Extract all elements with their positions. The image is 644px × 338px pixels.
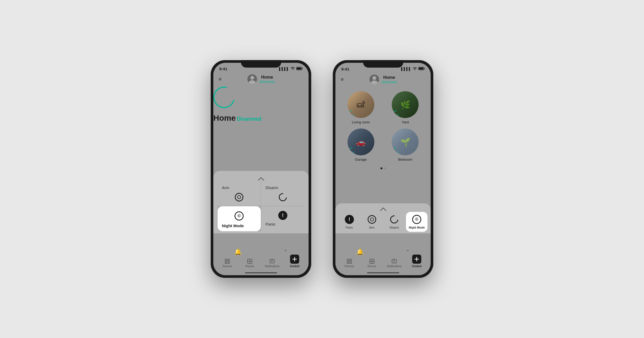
notch-right xyxy=(363,60,403,68)
nav-control-right[interactable]: Control xyxy=(405,255,428,268)
svg-rect-31 xyxy=(392,259,397,263)
header-text-right: Home Disarmed xyxy=(382,75,397,84)
control-add-btn-left xyxy=(290,255,299,264)
chevron-up-left[interactable]: ⌃ xyxy=(284,249,288,255)
nav-rooms-label-right: Rooms xyxy=(368,265,376,268)
control-grid: Arm Disarm xyxy=(218,182,304,231)
svg-point-22 xyxy=(372,76,376,80)
dot-1 xyxy=(380,167,382,169)
arm-circle xyxy=(235,193,243,201)
signal-icon-right: ▌▌▌▌ xyxy=(401,67,411,71)
time-left: 9:41 xyxy=(219,67,227,71)
home-indicator-right xyxy=(335,270,431,275)
room-circle-bedroom xyxy=(392,128,419,155)
main-content-right: Living room Yard xyxy=(335,87,431,247)
qc-arm[interactable]: Arm xyxy=(361,212,383,232)
svg-rect-24 xyxy=(347,259,349,261)
room-item-living[interactable]: Living room xyxy=(341,91,381,124)
room-icon-yard xyxy=(393,111,399,117)
qc-arm-label: Arm xyxy=(369,226,375,229)
svg-rect-7 xyxy=(228,259,229,261)
nav-notifications-right[interactable]: Notifications xyxy=(383,258,406,268)
night-mode-circle: © xyxy=(235,211,244,221)
home-bar-left xyxy=(245,272,277,273)
qc-panic[interactable]: ! Panic xyxy=(339,212,360,232)
qc-disarm[interactable]: Disarm xyxy=(384,212,405,232)
room-item-yard[interactable]: Yard xyxy=(385,91,426,124)
panic-circle: ! xyxy=(278,211,287,220)
disarm-cell[interactable]: Disarm xyxy=(261,182,305,206)
bell-icon-left[interactable]: 🔔 xyxy=(234,248,241,255)
nav-control-label-left: Control xyxy=(290,265,299,268)
header-status-right: Disarmed xyxy=(382,80,397,84)
disarm-icon xyxy=(277,192,288,203)
svg-rect-27 xyxy=(350,262,352,263)
nav-rooms-left[interactable]: Rooms xyxy=(239,258,261,268)
arm-circle-icon xyxy=(213,87,239,112)
control-panel: Arm Disarm xyxy=(213,171,309,233)
home-bar-right xyxy=(367,272,399,273)
signal-icon-left: ▌▌▌▌ xyxy=(279,67,289,71)
up-chevron-left[interactable] xyxy=(218,175,304,182)
nav-control-left[interactable]: Control xyxy=(283,255,306,268)
qc-disarm-circle xyxy=(389,214,400,225)
bell-icon-right[interactable]: 🔔 xyxy=(356,248,364,255)
up-chevron-right[interactable] xyxy=(339,205,427,212)
mini-icon-yard xyxy=(392,109,400,117)
svg-rect-26 xyxy=(347,262,349,263)
nav-notifications-label-left: Notifications xyxy=(265,265,279,268)
status-icons-left: ▌▌▌▌ xyxy=(279,67,303,71)
qc-night-mode[interactable]: © Night Mode xyxy=(406,212,427,232)
qc-night-mode-label: Night Mode xyxy=(409,226,425,229)
phone-right: 9:41 ▌▌▌▌ ≡ xyxy=(333,60,433,278)
header-text-left: Home Disarmed xyxy=(260,75,275,84)
home-status: Disarmed xyxy=(237,116,261,122)
room-label-bedroom: Bedroom xyxy=(398,157,412,161)
nav-devices-left[interactable]: Devices xyxy=(216,258,239,268)
nav-devices-right[interactable]: Devices xyxy=(338,258,361,268)
menu-icon-left[interactable]: ≡ xyxy=(219,76,222,82)
room-label-yard: Yard xyxy=(402,120,409,124)
svg-rect-25 xyxy=(350,259,352,261)
panic-cell[interactable]: ! Panic xyxy=(261,206,305,231)
bottom-nav-left: Devices Rooms Notifications Control xyxy=(213,255,309,270)
night-mode-label: Night Mode xyxy=(222,223,244,228)
nav-notifications-label-right: Notifications xyxy=(387,265,401,268)
rooms-grid: Living room Yard xyxy=(335,87,431,166)
nav-notifications-left[interactable]: Notifications xyxy=(261,258,284,268)
quick-controls-row: ! Panic Arm xyxy=(339,212,427,232)
arm-cell[interactable]: Arm xyxy=(218,182,261,206)
time-right: 9:41 xyxy=(341,67,349,71)
header-center-right: Home Disarmed xyxy=(369,75,397,84)
nav-rooms-right[interactable]: Rooms xyxy=(361,258,383,268)
chevron-up-right[interactable]: ⌃ xyxy=(406,249,410,255)
svg-rect-9 xyxy=(228,262,229,263)
night-mode-cell[interactable]: © Night Mode xyxy=(218,206,261,231)
svg-rect-6 xyxy=(225,259,227,261)
svg-rect-8 xyxy=(225,262,227,263)
header-status-left: Disarmed xyxy=(260,80,275,84)
room-label-garage: Garage xyxy=(355,157,367,161)
arm-label: Arm xyxy=(222,185,229,190)
room-circle-living xyxy=(347,91,374,118)
avatar-left xyxy=(247,74,257,84)
wifi-icon-left xyxy=(291,67,295,71)
qc-disarm-icon xyxy=(389,215,399,224)
app-header-right: ≡ Home Disarmed xyxy=(335,72,431,87)
qc-disarm-label: Disarm xyxy=(390,226,399,229)
disarm-circle xyxy=(277,192,288,203)
screen-right: 9:41 ▌▌▌▌ ≡ xyxy=(335,63,431,275)
room-icon-living xyxy=(349,111,355,117)
app-header-left: ≡ Home Disarmed xyxy=(213,72,309,87)
svg-rect-20 xyxy=(419,68,423,69)
header-title-left: Home xyxy=(260,75,275,80)
room-circle-garage xyxy=(347,128,374,155)
qc-night-mode-icon: © xyxy=(412,215,422,224)
room-item-garage[interactable]: Garage xyxy=(341,128,381,161)
panic-icon: ! xyxy=(277,210,288,221)
menu-icon-right[interactable]: ≡ xyxy=(341,77,344,82)
room-label-living: Living room xyxy=(352,120,370,124)
room-item-bedroom[interactable]: Bedroom xyxy=(385,128,426,161)
qc-arm-icon xyxy=(367,215,377,224)
qc-panic-icon: ! xyxy=(345,215,354,224)
